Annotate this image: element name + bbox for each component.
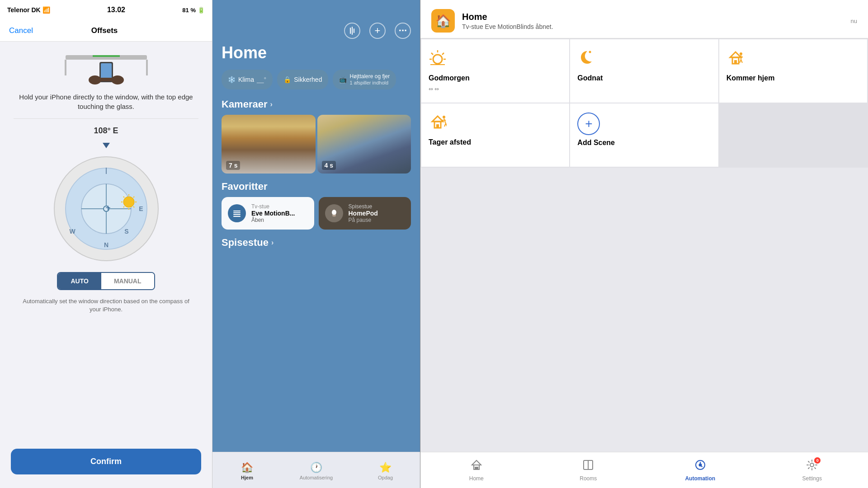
home-page-title: Home [212,43,420,70]
scene-add[interactable]: + Add Scene [570,103,718,167]
eve-motionblinds-icon [228,204,246,222]
bottom-nav-automatisering[interactable]: 🕐 Automatisering [282,460,351,480]
add-icon[interactable]: + [369,23,386,39]
status-bar-left: Telenor DK 📶 [7,6,50,14]
auto-mode-button[interactable]: AUTO [58,273,101,289]
p3-automation-nav-icon [694,459,706,474]
page-title: Offsets [91,26,118,35]
status-bar-right: 81 % 🔋 [182,7,205,14]
fav-1-status: Åben [251,217,295,223]
spisestue-title: Spisestue › [212,237,420,253]
scenes-grid: Godmorgen ⇔ ⇔ Godnat [420,38,868,168]
category-chips: ❄️ Klima __° 🔒 Sikkerhed 📺 Højttalere og… [212,70,420,97]
p3-nav-rooms[interactable]: Rooms [533,452,645,488]
automatisering-label: Automatisering [300,475,333,480]
fav-2-status: På pause [349,217,378,223]
favorite-1[interactable]: Tv-stue Eve MotionB... Åben [222,197,314,230]
panel1-content: Hold your iPhone directly to the window,… [0,42,212,441]
more-options-icon[interactable]: ··· [395,23,411,39]
camera-2[interactable]: 4 s [317,115,411,174]
bottom-nav-opdag[interactable]: ⭐ Opdag [351,460,420,480]
p3-home-info: Home Tv-stue Eve MotionBlinds åbnet. [462,12,844,30]
p3-rooms-nav-label: Rooms [580,475,597,482]
fav-1-room: Tv-stue [251,203,295,210]
p3-nav-settings[interactable]: 0 Settings [756,452,868,488]
battery-icon: 🔋 [198,7,205,14]
fav-2-name: HomePod [349,210,378,217]
svg-line-28 [123,197,124,197]
opdag-icon: ⭐ [379,462,392,474]
svg-rect-34 [352,27,353,35]
voice-control-icon[interactable] [344,23,360,39]
p3-nav-automation[interactable]: Automation [644,452,756,488]
p3-home-subtitle: Tv-stue Eve MotionBlinds åbnet. [462,23,844,30]
svg-line-57 [741,60,742,63]
house-person-icon [726,48,860,70]
home-bottom-nav: 🏠 Hjem 🕐 Automatisering ⭐ Opdag [212,452,420,488]
svg-point-73 [810,463,814,467]
svg-line-31 [133,206,134,207]
svg-point-49 [589,51,591,53]
tager-afsted-label: Tager afsted [429,138,562,146]
klima-icon: ❄️ [228,76,236,83]
status-bar: Telenor DK 📶 13.02 81 % 🔋 [0,0,212,20]
homepod-icon [325,204,343,222]
scene-kommer-hjem[interactable]: Kommer hjem [719,39,867,103]
svg-rect-38 [233,214,241,215]
svg-rect-9 [98,78,114,81]
cancel-button[interactable]: Cancel [9,26,33,35]
bottom-nav-hjem[interactable]: 🏠 Hjem [212,460,282,480]
sikkerhed-label: Sikkerhed [294,76,322,83]
compass: | E S N W + [52,155,160,263]
scene-godmorgen[interactable]: Godmorgen ⇔ ⇔ [421,39,569,103]
fav-2-room: Spisestue [349,203,378,210]
svg-text:E: E [139,205,143,212]
camera-1[interactable]: 7 s [222,115,316,174]
favoritter-row: Tv-stue Eve MotionB... Åben Spisestue Ho… [212,197,420,237]
p3-home-nav-label: Home [469,475,484,482]
mode-buttons: AUTO MANUAL [57,272,155,290]
p3-home-icon: 🏠 [431,9,455,33]
window-illustration [61,51,151,87]
confirm-button[interactable]: Confirm [11,449,201,474]
cameras-label: Kameraer [222,99,268,110]
hojttaler-chip[interactable]: 📺 Højttalere og fjer1 afspiller indhold [333,70,396,89]
svg-text:S: S [124,228,128,235]
wifi-icon: 📶 [42,6,50,14]
time-label: 13.02 [107,6,125,14]
svg-line-62 [444,118,446,123]
svg-rect-35 [354,28,354,33]
p3-nav-home[interactable]: Home [420,452,533,488]
add-scene-label: Add Scene [577,139,615,147]
camera-2-timer: 4 s [322,161,336,170]
home-panel: + ··· Home ❄️ Klima __° 🔒 Sikkerhed 📺 Hø… [212,0,420,488]
favorite-2[interactable]: Spisestue HomePod På pause [319,197,411,230]
cameras-chevron-icon: › [270,100,273,108]
fav-2-info: Spisestue HomePod På pause [349,203,378,223]
degree-arrow-icon [103,143,110,148]
moon-icon [577,48,711,70]
scene-tager-afsted[interactable]: Tager afsted [421,103,569,167]
spisestue-chevron-icon: › [271,239,274,247]
favoritter-title: Favoritter [212,181,420,197]
manual-mode-button[interactable]: MANUAL [101,273,154,289]
settings-badge: 0 [814,457,821,464]
svg-rect-1 [65,60,66,75]
scene-godnat[interactable]: Godnat [570,39,718,103]
p3-timestamp: nu [851,18,857,24]
opdag-label: Opdag [378,475,393,480]
speaker-icon: 📺 [339,76,347,83]
p3-automation-nav-label: Automation [685,475,715,482]
sikkerhed-chip[interactable]: 🔒 Sikkerhed [277,70,328,89]
svg-line-65 [446,123,447,127]
auto-description: Automatically set the window direction b… [14,297,198,314]
svg-line-30 [123,206,124,207]
klima-chip[interactable]: ❄️ Klima __° [222,70,273,89]
svg-rect-33 [350,28,351,34]
automatisering-icon: 🕐 [310,462,322,474]
instruction-text: Hold your iPhone directly to the window,… [14,92,198,111]
svg-point-61 [443,116,445,118]
svg-rect-37 [233,212,241,213]
nav-bar: Cancel Offsets [0,20,212,42]
svg-line-29 [133,197,134,197]
